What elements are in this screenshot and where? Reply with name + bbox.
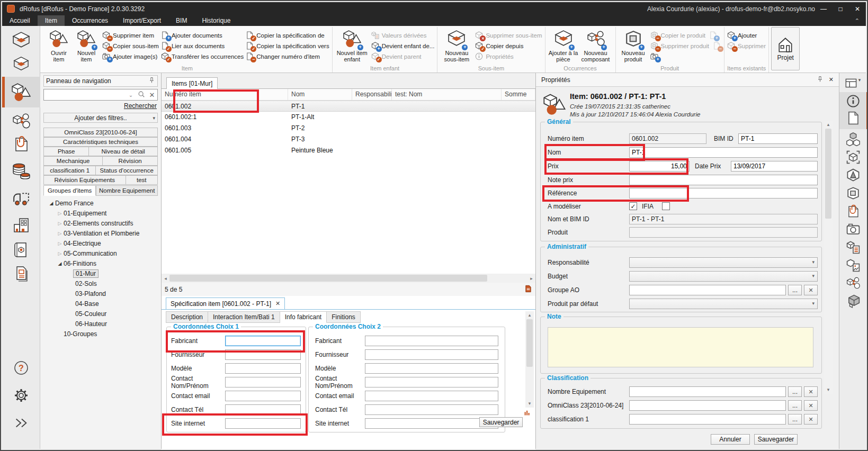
nombre-equipement-input[interactable] <box>629 386 786 397</box>
table-row[interactable]: 0601.005Peinture Bleue <box>162 145 535 156</box>
reference-input[interactable] <box>629 188 818 199</box>
sidebar-finance-icon[interactable] <box>2 162 40 180</box>
new-component-button[interactable]: Nouveau composant <box>579 28 613 62</box>
tree-node-06-hauteur[interactable]: 06-Hauteur <box>43 319 158 329</box>
nom-bim-input[interactable] <box>629 214 818 224</box>
tree-node-04-base[interactable]: 04-Base <box>43 299 158 309</box>
dock-3d-model-icon[interactable] <box>839 150 866 164</box>
derived-values-button[interactable]: Valeurs dérivées <box>371 30 435 41</box>
search-icon[interactable] <box>136 91 147 99</box>
add-images-button[interactable]: Ajouter image(s) <box>102 51 159 62</box>
becomes-child-of-button[interactable]: Devient enfant de... <box>371 41 435 51</box>
new-sub-item-button[interactable]: Nouveau sous-item <box>440 28 473 62</box>
bookmark-icon[interactable] <box>524 285 532 294</box>
column-numero-item[interactable]: Numéro item <box>162 89 288 100</box>
dock-item-data-icon[interactable] <box>839 240 866 254</box>
fabricant-input-choix2[interactable] <box>365 336 498 346</box>
delete-item-button[interactable]: Supprimer item <box>102 30 159 41</box>
dock-history-icon[interactable] <box>839 312 866 326</box>
tree-node-01-mur[interactable]: 01-Mur <box>43 268 158 278</box>
bim-id-input[interactable] <box>738 133 818 144</box>
sidebar-rooms-icon[interactable] <box>2 31 40 49</box>
sidebar-documents-icon[interactable] <box>2 136 40 152</box>
scroll-down-icon[interactable]: ▾ <box>529 400 531 408</box>
sidebar-logistics-icon[interactable] <box>2 190 40 208</box>
modele-input-choix2[interactable] <box>365 363 498 374</box>
omniclass-input[interactable] <box>629 400 786 411</box>
help-icon[interactable] <box>2 359 40 376</box>
search-dropdown-icon[interactable]: ⌄ <box>126 92 136 98</box>
prix-input[interactable] <box>629 161 690 172</box>
search-input[interactable] <box>44 90 126 100</box>
filter-niveau-detail-button[interactable]: Niveau de détail <box>89 147 158 156</box>
link-documents-button[interactable]: Lier aux documents <box>161 41 244 51</box>
filter-phase-button[interactable]: Phase <box>43 147 89 156</box>
menu-tab-accueil[interactable]: Accueil <box>2 15 38 26</box>
change-item-number-button[interactable]: Changer numéro d'item <box>246 51 329 62</box>
sidebar-building-icon[interactable] <box>2 217 40 233</box>
dock-product-requirement-icon[interactable] <box>839 168 866 182</box>
column-somme[interactable]: Somme <box>502 89 535 100</box>
scrollbar-thumb[interactable] <box>169 275 487 282</box>
subtab-finitions[interactable]: Finitions <box>327 311 361 323</box>
dock-documents-icon[interactable] <box>839 204 866 218</box>
date-prix-input[interactable] <box>731 161 818 172</box>
produit-defaut-select[interactable] <box>629 299 818 309</box>
add-filters-button[interactable]: Ajouter des filtres..▾ <box>43 113 158 123</box>
pin-panel-icon[interactable] <box>148 77 155 85</box>
new-item-button[interactable]: Nouvel item <box>73 28 100 62</box>
note-textarea[interactable] <box>548 327 813 367</box>
groupe-ao-clear-icon[interactable]: ✕ <box>804 285 818 295</box>
filter-omniclass-button[interactable]: OmniClass 23[2010-06-24] <box>43 128 158 137</box>
responsabilite-select[interactable] <box>629 257 818 268</box>
specification-save-button[interactable]: Sauvegarder <box>479 417 523 427</box>
clear-search-icon[interactable]: ✕ <box>147 91 157 99</box>
fabricant-input-choix1[interactable] <box>225 336 301 346</box>
scroll-left-icon[interactable]: ◂ <box>162 276 169 281</box>
omniclass-browse-button[interactable]: ... <box>788 400 802 411</box>
close-button[interactable]: ✕ <box>849 2 866 15</box>
new-child-item-button[interactable]: Nouvel item enfant <box>335 28 369 62</box>
table-row[interactable]: 0601.003PT-2 <box>162 123 535 134</box>
table-row[interactable]: 0601.002PT-1 <box>162 101 535 112</box>
product-add-image-button[interactable] <box>650 51 721 62</box>
tab-nombre-equipement[interactable]: Nombre Equipement <box>96 185 158 196</box>
nombre-equipement-clear-icon[interactable]: ✕ <box>804 386 818 397</box>
collapse-ribbon-icon[interactable]: ⌃ <box>848 15 866 26</box>
delete-product-button[interactable]: Supprimer produit <box>650 41 721 51</box>
items-horizontal-scrollbar[interactable]: ◂ ▸ <box>162 274 535 283</box>
product-add-document-icon-button[interactable] <box>709 31 718 40</box>
layout-switch-icon[interactable]: ▾ <box>839 77 866 89</box>
nom-input[interactable] <box>629 147 818 158</box>
filter-test-button[interactable]: test <box>126 175 158 185</box>
dock-components-icon[interactable] <box>839 276 866 290</box>
note-prix-input[interactable] <box>629 175 818 185</box>
copy-from-button[interactable]: Copier depuis <box>475 41 542 51</box>
sidebar-reports-icon[interactable] <box>2 266 40 283</box>
tree-node-03-plafond[interactable]: 03-Plafond <box>43 288 158 299</box>
sub-item-properties-button[interactable]: Propriétés <box>475 51 542 62</box>
properties-vertical-scrollbar[interactable]: ▴ ▾ <box>824 121 833 394</box>
menu-tab-item[interactable]: Item <box>38 15 65 26</box>
table-row[interactable]: 0601.002:1PT-1-Alt <box>162 112 535 123</box>
subtab-description[interactable]: Description <box>166 311 208 323</box>
product-link-document-icon-button[interactable] <box>713 42 721 50</box>
properties-cancel-button[interactable]: Annuler <box>711 434 750 445</box>
groupe-ao-input[interactable] <box>629 285 786 295</box>
minimize-button[interactable]: — <box>815 2 832 15</box>
search-link[interactable]: Rechercher <box>124 102 157 110</box>
copy-spec-from-button[interactable]: Copier la spécification de <box>246 30 329 41</box>
filter-revision-button[interactable]: Révision <box>103 156 158 166</box>
menu-tab-import-export[interactable]: Import/Export <box>115 15 168 26</box>
scroll-up-icon[interactable]: ▴ <box>827 121 830 129</box>
add-to-room-button[interactable]: Ajouter à la pièce <box>548 28 579 62</box>
tree-node-05-couleur[interactable]: 05-Couleur <box>43 309 158 319</box>
omniclass-clear-icon[interactable]: ✕ <box>804 400 818 411</box>
menu-tab-occurrences[interactable]: Occurrences <box>65 15 115 26</box>
sidebar-catalog-icon[interactable] <box>2 241 40 258</box>
pin-properties-icon[interactable] <box>817 76 824 84</box>
dock-item-spec-icon[interactable] <box>839 111 866 125</box>
site-internet-input-choix1[interactable] <box>225 418 301 429</box>
expand-sidebar-icon[interactable] <box>2 415 40 431</box>
tree-node-05-communication[interactable]: ▷05-Communication <box>43 248 158 258</box>
